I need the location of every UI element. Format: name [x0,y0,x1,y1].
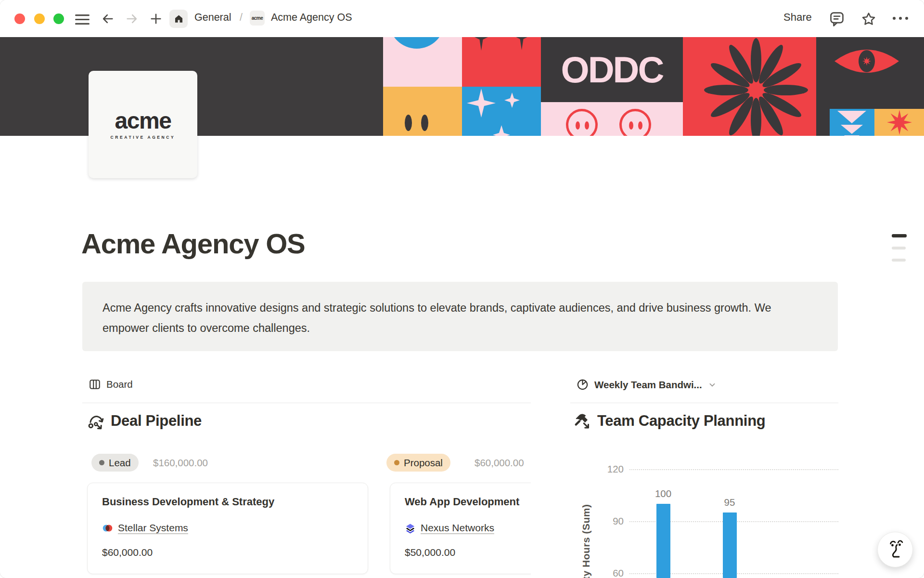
chart-gridline [629,469,838,470]
board-view-icon [89,378,101,391]
favorite-star-icon[interactable] [861,11,876,26]
notion-window: General / acme Acme Agency OS Share [0,0,924,578]
eye-shape [405,115,412,131]
titlebar: General / acme Acme Agency OS Share [0,0,924,37]
chart-view-dropdown[interactable]: Weekly Team Bandwi... [576,378,717,391]
page-title: Acme Agency OS [81,227,305,260]
cover-tile-triangles [830,109,874,136]
cover-tile-flower [683,37,816,136]
description-callout: Acme Agency crafts innovative designs an… [82,282,838,351]
toc-item[interactable] [892,247,906,250]
team-capacity-title: Team Capacity Planning [597,412,765,430]
stellar-systems-icon [102,523,113,534]
sidebar-menu-icon[interactable] [75,14,90,25]
status-pill-proposal[interactable]: Proposal [386,454,450,472]
close-window-button[interactable] [14,13,25,24]
cover-tile-smileys [541,102,683,136]
home-icon [174,14,184,24]
board-card[interactable]: Web App Development Nexus Networks $50,0… [390,483,531,574]
status-label: Proposal [404,457,443,469]
page-icon[interactable]: acme [250,11,265,26]
cover-art-text: ODDC [561,49,663,91]
logo-text: acme [115,109,171,132]
blue-circle-shape [389,37,445,49]
logo-tagline: CREATIVE AGENCY [111,135,176,140]
breadcrumb-page[interactable]: Acme Agency OS [271,12,352,24]
status-label: Lead [109,457,131,469]
cover-tile-smiley-eyes [383,87,462,136]
share-button[interactable]: Share [783,11,812,24]
chart-view-label: Weekly Team Bandwi... [594,379,702,391]
home-button[interactable] [169,10,188,28]
chart-bar [723,512,737,578]
team-capacity-heading: Team Capacity Planning [574,412,765,430]
chevron-down-icon[interactable] [707,380,717,390]
card-title: Web App Development [405,496,531,508]
more-options-icon[interactable] [891,14,910,22]
card-amount: $50,000.00 [405,547,531,558]
breadcrumb-separator: / [240,12,243,24]
cover-tile-star [874,109,924,136]
chart-bar [656,504,670,578]
pipeline-flow-icon [87,412,104,430]
deal-pipeline-heading: Deal Pipeline [87,412,202,430]
smiley-outline [619,109,651,136]
board-card[interactable]: Business Development & Strategy Stellar … [87,483,368,574]
board-view-label: Board [106,379,133,390]
ai-face-icon [886,538,905,561]
notion-ai-button[interactable] [877,532,913,567]
minimize-window-button[interactable] [34,13,45,24]
cover-tile-oddc: ODDC [541,37,683,102]
chart-y-tick: 90 [570,515,624,527]
board-view-tab[interactable]: Board [89,378,133,391]
workspace-logo-card: acme CREATIVE AGENCY [89,71,197,178]
toc-item[interactable] [892,259,906,262]
column-total: $160,000.00 [153,457,208,469]
deal-pipeline-title: Deal Pipeline [111,412,202,430]
hammer-icon [574,412,591,430]
cover-tile-eye [816,37,924,136]
cover-tile-dark-sparkles [462,37,541,87]
new-tab-plus-icon[interactable] [149,12,163,26]
description-text: Acme Agency crafts innovative designs an… [103,298,818,338]
card-title: Business Development & Strategy [102,496,353,508]
chart-y-tick: 120 [570,463,624,475]
zoom-window-button[interactable] [53,13,64,24]
client-link[interactable]: Stellar Systems [118,522,188,534]
client-link[interactable]: Nexus Networks [421,522,494,534]
status-dot [99,460,104,465]
section-divider [82,403,531,403]
nexus-networks-icon [405,523,416,534]
pie-chart-icon [576,378,589,391]
chart-bar-value: 95 [713,497,746,508]
breadcrumb-root[interactable]: General [194,12,231,24]
column-total: $60,000.00 [475,457,524,469]
comments-icon[interactable] [829,11,845,27]
eye-shape [421,115,428,131]
status-dot [394,460,399,465]
cover-tile-pink-sparkles [462,87,541,136]
deal-board: Lead $160,000.00 Proposal $60,000.00 Bus… [82,448,531,578]
toc-item-active[interactable] [892,234,907,237]
section-divider [570,403,838,403]
back-arrow-icon[interactable] [101,12,115,26]
forward-arrow-icon[interactable] [125,12,139,26]
status-pill-lead[interactable]: Lead [91,454,139,472]
card-amount: $60,000.00 [102,547,353,558]
chart-y-axis-label: ty Hours (Sum) [580,504,592,578]
chart-bar-value: 100 [646,488,680,499]
capacity-chart: 120906010095 [570,458,838,578]
smiley-outline [566,109,598,136]
chart-y-tick: 60 [570,567,624,578]
cover-tile-circle [383,37,462,87]
